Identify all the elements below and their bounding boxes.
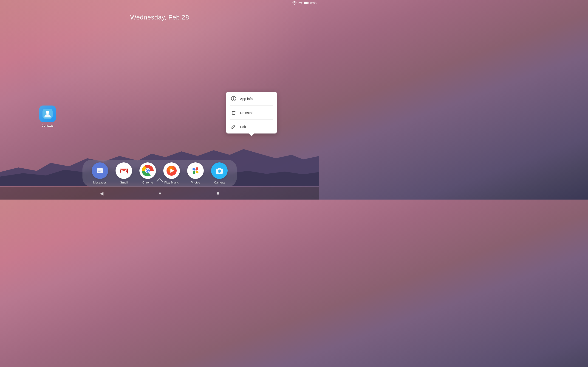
context-menu-appinfo[interactable]: App info — [226, 92, 277, 106]
home-button[interactable]: ● — [158, 191, 161, 196]
playmusic-icon — [163, 162, 180, 179]
svg-point-28 — [233, 98, 234, 98]
chrome-app[interactable]: Chrome — [139, 162, 156, 184]
photos-icon — [187, 162, 204, 179]
messages-icon — [92, 162, 108, 179]
messages-label: Messages — [93, 181, 107, 184]
svg-point-17 — [147, 170, 149, 172]
camera-label: Camera — [214, 181, 225, 184]
appinfo-label: App info — [240, 97, 253, 101]
svg-rect-3 — [308, 2, 309, 3]
contacts-app-icon[interactable]: Contacts — [37, 106, 58, 127]
contacts-label: Contacts — [42, 124, 53, 127]
playmusic-app[interactable]: Play Music — [163, 162, 180, 184]
info-icon — [231, 96, 236, 101]
chrome-label: Chrome — [142, 181, 153, 184]
svg-rect-6 — [97, 168, 103, 173]
camera-app[interactable]: Camera — [211, 162, 228, 184]
gmail-app[interactable]: Gmail — [115, 162, 132, 184]
gmail-label: Gmail — [120, 181, 128, 184]
status-bar: LTE 8:00 — [0, 0, 319, 6]
lte-icon: LTE — [298, 2, 303, 5]
context-menu: App info Uninstall Edit — [226, 92, 277, 133]
svg-rect-29 — [233, 98, 234, 100]
recents-button[interactable]: ■ — [216, 191, 219, 196]
photos-label: Photos — [191, 181, 200, 184]
app-drawer-chevron[interactable] — [156, 178, 163, 183]
context-menu-edit[interactable]: Edit — [226, 120, 277, 133]
edit-label: Edit — [240, 125, 246, 129]
svg-point-25 — [219, 170, 220, 172]
chrome-icon — [139, 162, 156, 179]
wifi-icon — [292, 1, 296, 5]
messages-app[interactable]: Messages — [92, 162, 108, 184]
photos-app[interactable]: Photos — [187, 162, 204, 184]
back-button[interactable]: ◀ — [100, 191, 103, 196]
svg-rect-9 — [98, 171, 101, 172]
contacts-icon-bg — [39, 106, 56, 122]
svg-rect-8 — [98, 170, 102, 170]
nav-bar: ◀ ● ■ — [0, 187, 319, 200]
trash-icon — [231, 110, 236, 115]
playmusic-label: Play Music — [164, 181, 179, 184]
uninstall-label: Uninstall — [240, 111, 253, 115]
battery-icon — [304, 2, 309, 5]
clock: 8:00 — [310, 1, 317, 5]
context-menu-uninstall[interactable]: Uninstall — [226, 106, 277, 119]
date-display: Wednesday, Feb 28 — [130, 14, 189, 21]
svg-point-26 — [221, 169, 222, 170]
edit-icon — [231, 124, 236, 129]
svg-point-5 — [46, 111, 49, 114]
svg-rect-2 — [304, 2, 308, 4]
svg-point-21 — [195, 170, 196, 172]
svg-rect-30 — [232, 112, 235, 115]
gmail-icon — [115, 162, 132, 179]
camera-icon — [211, 162, 228, 179]
svg-point-0 — [294, 4, 295, 5]
